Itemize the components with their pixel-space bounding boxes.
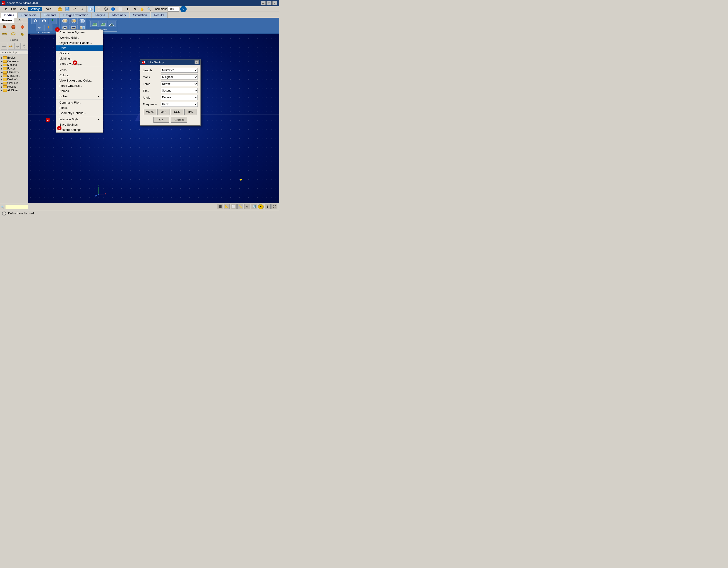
bottom-tool-6[interactable]: 🔄 <box>251 204 257 209</box>
time-select[interactable]: Second Millisecond Minute <box>161 88 198 93</box>
toolbar-search[interactable]: 🔍 <box>146 6 153 12</box>
menu-file[interactable]: File <box>1 7 9 11</box>
ctool-subtract[interactable] <box>69 18 78 24</box>
angle-select[interactable]: Degree Radian <box>161 95 198 100</box>
menu-gravity[interactable]: Gravity... <box>56 51 103 56</box>
ctool-frame[interactable] <box>49 18 57 24</box>
icon-figure[interactable] <box>21 43 27 49</box>
body-extrusion[interactable] <box>19 31 26 37</box>
maximize-button[interactable]: □ <box>267 1 271 5</box>
menu-units[interactable]: Units... <box>56 45 103 51</box>
tab-design-exploration[interactable]: Design Exploration <box>60 12 91 18</box>
menu-restore-settings[interactable]: Restore Settings <box>56 127 103 132</box>
tree-item-bodies[interactable]: ▶ Bodies <box>0 56 28 59</box>
toolbar-redo[interactable]: ↪ <box>79 6 85 12</box>
toolbar-box-select[interactable] <box>95 6 102 12</box>
close-button[interactable]: × <box>272 1 277 5</box>
icon-xyz[interactable]: xyz <box>14 43 21 49</box>
bottom-tool-2[interactable]: 📐 <box>224 204 230 209</box>
menu-stereo-viewing[interactable]: Stereo Viewing... <box>56 61 103 66</box>
body-cylinder[interactable] <box>10 24 17 30</box>
tree-item-elements[interactable]: ▶ Elements <box>0 70 28 74</box>
bottom-tool-9[interactable]: ⛶ <box>271 204 277 209</box>
menu-icons[interactable]: Icons... <box>56 67 103 73</box>
menu-working-grid[interactable]: Working Grid... <box>56 35 103 40</box>
tree-item-designv[interactable]: ▶ Design V... <box>0 78 28 81</box>
tree-item-other[interactable]: ▶ All Other... <box>0 89 28 92</box>
tab-bodies[interactable]: Bodies <box>1 12 17 18</box>
toolbar-save[interactable] <box>64 6 71 12</box>
toolbar-open[interactable] <box>57 6 64 12</box>
menu-force-graphics[interactable]: Force Graphics... <box>56 83 103 88</box>
toolbar-move[interactable]: ✛ <box>124 6 131 12</box>
cancel-button[interactable]: Cancel <box>171 117 187 123</box>
help-button[interactable]: ? <box>180 6 187 12</box>
toolbar-rotate[interactable]: ↻ <box>131 6 138 12</box>
menu-save-settings[interactable]: Save Settings <box>56 122 103 127</box>
icon-point[interactable] <box>1 43 7 49</box>
mass-select[interactable]: Kilogram Gram Pound Slug <box>161 74 198 79</box>
bottom-tool-1[interactable]: ⬛ <box>217 204 223 209</box>
ctool-shell[interactable] <box>108 21 116 27</box>
ctool-union[interactable] <box>61 18 69 24</box>
preset-cgs[interactable]: CGS <box>171 109 183 115</box>
toolbar-zoom-in[interactable]: 🔵 <box>110 6 116 12</box>
tab-simulation[interactable]: Simulation <box>130 12 151 18</box>
dialog-close-button[interactable]: × <box>195 60 199 64</box>
ctool-intersect[interactable] <box>78 18 86 24</box>
bottom-tool-4[interactable]: 📏 <box>237 204 243 209</box>
menu-geometry-options[interactable]: Geometry Options... <box>56 110 103 116</box>
ctool-person[interactable]: 🧍 <box>44 25 52 31</box>
ctool-fillet[interactable] <box>99 21 107 27</box>
length-select[interactable]: Millimeter Meter Centimeter Inch Foot <box>161 68 198 73</box>
menu-bg-color[interactable]: View Background Color... <box>56 78 103 83</box>
menu-edit[interactable]: Edit <box>9 7 18 11</box>
tree-item-measures[interactable]: ▶ Measure... <box>0 74 28 78</box>
menu-colors[interactable]: Colors... <box>56 73 103 78</box>
menu-names[interactable]: Names... <box>56 88 103 94</box>
window-controls[interactable]: — □ × <box>261 1 277 5</box>
menu-command-file[interactable]: Command File... <box>56 100 103 105</box>
bottom-tool-5[interactable]: ⚙ <box>244 204 250 209</box>
tab-connectors[interactable]: Connectors <box>18 12 40 18</box>
menu-tools[interactable]: Tools <box>42 7 53 11</box>
tab-machinery[interactable]: Machinery <box>109 12 129 18</box>
icon-body2[interactable] <box>8 43 14 49</box>
ctool-chamfer[interactable] <box>90 21 99 27</box>
menu-solver[interactable]: Solver ▶ <box>56 94 103 99</box>
subtab-gr[interactable]: Gr... <box>14 18 28 23</box>
ctool-xyz[interactable]: xyz <box>36 25 44 31</box>
tree-item-motions[interactable]: ▶ Motions <box>0 63 28 67</box>
toolbar-select[interactable] <box>88 6 95 12</box>
tree-item-forces[interactable]: ▶ Forces <box>0 67 28 70</box>
ok-button[interactable]: OK <box>153 117 169 123</box>
tree-item-simulation[interactable]: ▶ Simulatio... <box>0 81 28 85</box>
tab-results[interactable]: Results <box>151 12 167 18</box>
body-sphere[interactable] <box>19 24 26 30</box>
menu-coordinate-system[interactable]: Coordinate System... <box>56 30 103 35</box>
tab-plugins[interactable]: Plugins <box>92 12 109 18</box>
ctool-points[interactable] <box>40 18 48 24</box>
menu-lighting[interactable]: Lighting... <box>56 56 103 61</box>
tab-elements[interactable]: Elements <box>40 12 59 18</box>
toolbar-zoom-box[interactable]: ⬜ <box>117 6 124 12</box>
force-select[interactable]: Newton Kilonewton Pound-force Dyne <box>161 81 198 86</box>
increment-input[interactable] <box>168 7 179 12</box>
menu-object-position[interactable]: Object Position Handle... <box>56 40 103 45</box>
bottom-tool-8[interactable]: ℹ <box>265 204 271 209</box>
body-box[interactable] <box>1 24 8 30</box>
preset-mmks[interactable]: MMKS <box>144 109 156 115</box>
bottom-tool-7[interactable]: ● <box>258 204 264 209</box>
ctool-curve[interactable] <box>31 18 39 24</box>
subtab-browse[interactable]: Browse <box>0 18 14 23</box>
body-torus[interactable] <box>10 31 17 37</box>
preset-mks[interactable]: MKS <box>157 109 170 115</box>
preset-ips[interactable]: IPS <box>184 109 197 115</box>
menu-interface-style[interactable]: Interface Style ▶ <box>56 117 103 122</box>
toolbar-iso-view[interactable] <box>102 6 109 12</box>
toolbar-pan[interactable]: ✋ <box>139 6 146 12</box>
body-link[interactable] <box>1 31 8 37</box>
menu-fonts[interactable]: Fonts... <box>56 105 103 110</box>
tree-item-results[interactable]: ▶ Results <box>0 85 28 89</box>
toolbar-undo[interactable]: ↩ <box>71 6 78 12</box>
